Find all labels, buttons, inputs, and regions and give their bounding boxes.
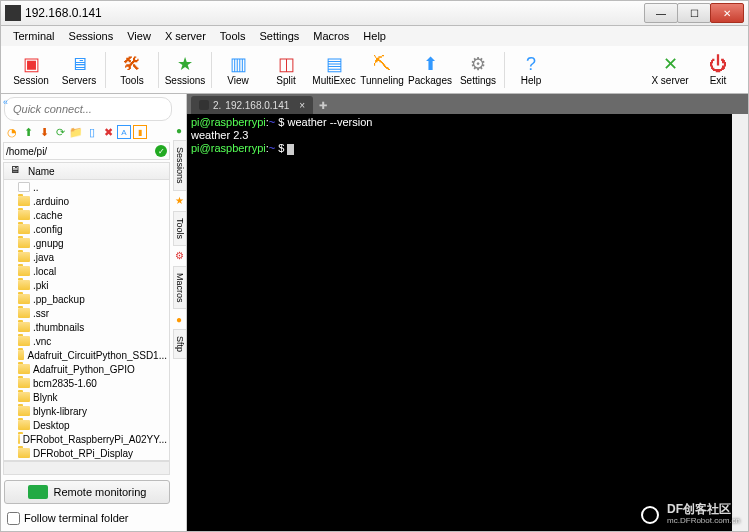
menu-settings[interactable]: Settings	[254, 28, 306, 44]
toolbar-packages[interactable]: ⬆Packages	[406, 48, 454, 92]
watermark-main: DF创客社区	[667, 503, 740, 515]
sidetab-sftp[interactable]: Sftp	[173, 329, 186, 359]
toolbar-view[interactable]: ▥View	[214, 48, 262, 92]
column-header[interactable]: 🖥 Name	[3, 162, 170, 180]
menu-macros[interactable]: Macros	[307, 28, 355, 44]
file-row[interactable]: bcm2835-1.60	[4, 376, 169, 390]
file-row[interactable]: .local	[4, 264, 169, 278]
delete-icon[interactable]: ✖	[101, 125, 115, 139]
refresh-icon[interactable]: ⟳	[53, 125, 67, 139]
toolbar-session[interactable]: ▣Session	[7, 48, 55, 92]
terminal-scrollbar[interactable]	[732, 114, 748, 531]
toggle-a-icon[interactable]: A	[117, 125, 131, 139]
follow-checkbox-input[interactable]	[7, 512, 20, 525]
toolbar-tools[interactable]: 🛠Tools	[108, 48, 156, 92]
sidetab-sftp-icon[interactable]: ●	[173, 313, 185, 325]
toolbar-sessions[interactable]: ★Sessions	[161, 48, 209, 92]
file-row[interactable]: .vnc	[4, 334, 169, 348]
quick-connect-input[interactable]	[4, 97, 172, 121]
sidetab-sessions-icon[interactable]: ●	[173, 124, 185, 136]
term-output: weather 2.3	[191, 129, 248, 141]
toolbar-exit[interactable]: ⏻Exit	[694, 48, 742, 92]
packages-icon: ⬆	[419, 53, 441, 75]
file-row[interactable]: .pp_backup	[4, 292, 169, 306]
menu-tools[interactable]: Tools	[214, 28, 252, 44]
multiexec-icon: ▤	[323, 53, 345, 75]
toggle-b-icon[interactable]: ▮	[133, 125, 147, 139]
file-name: Adafruit_CircuitPython_SSD1...	[27, 350, 167, 361]
new-tab-button[interactable]: ✚	[313, 96, 333, 114]
remote-monitoring-button[interactable]: Remote monitoring	[4, 480, 170, 504]
column-name: Name	[28, 166, 55, 177]
file-row[interactable]: .pki	[4, 278, 169, 292]
toolbar-help[interactable]: ?Help	[507, 48, 555, 92]
path-text: /home/pi/	[6, 146, 47, 157]
close-button[interactable]: ✕	[710, 3, 744, 23]
term-user: pi@raspberrypi	[191, 142, 266, 154]
sidetab-macros[interactable]: Macros	[173, 266, 186, 310]
file-row[interactable]: Desktop	[4, 418, 169, 432]
menu-terminal[interactable]: Terminal	[7, 28, 61, 44]
tab-close-icon[interactable]: ×	[299, 100, 305, 111]
file-row[interactable]: Blynk	[4, 390, 169, 404]
sidetab-sessions[interactable]: Sessions	[173, 140, 186, 191]
path-bar[interactable]: /home/pi/ ✓	[3, 142, 170, 160]
toolbar-label: Help	[521, 75, 542, 86]
up-icon[interactable]: ⬆	[21, 125, 35, 139]
file-row[interactable]: .ssr	[4, 306, 169, 320]
left-panel: « ◔ ⬆ ⬇ ⟳ 📁 ▯ ✖ A ▮ /home/pi/ ✓ 🖥 Name .…	[1, 94, 187, 531]
follow-terminal-checkbox[interactable]: Follow terminal folder	[7, 509, 180, 527]
file-name: .ssr	[33, 308, 49, 319]
folder-icon[interactable]: 📁	[69, 125, 83, 139]
down-icon[interactable]: ⬇	[37, 125, 51, 139]
sidetab-tools-icon[interactable]: ★	[173, 195, 185, 207]
file-row[interactable]: DFRobot_RPi_Display	[4, 446, 169, 460]
sidetab-macros-icon[interactable]: ⚙	[173, 250, 185, 262]
toolbar-multiexec[interactable]: ▤MultiExec	[310, 48, 358, 92]
file-row[interactable]: .java	[4, 250, 169, 264]
menu-help[interactable]: Help	[357, 28, 392, 44]
toolbar-tunneling[interactable]: ⛏Tunneling	[358, 48, 406, 92]
x server-icon: ✕	[659, 53, 681, 75]
sidetab-tools[interactable]: Tools	[173, 211, 186, 246]
folder-icon	[18, 238, 30, 248]
minimize-button[interactable]: —	[644, 3, 678, 23]
session-icon: ▣	[20, 53, 42, 75]
menu-sessions[interactable]: Sessions	[63, 28, 120, 44]
collapse-arrows-icon[interactable]: «	[3, 97, 15, 107]
toolbar-label: Tools	[120, 75, 143, 86]
maximize-button[interactable]: ☐	[677, 3, 711, 23]
file-name: .config	[33, 224, 62, 235]
disk-icon[interactable]: ◔	[5, 125, 19, 139]
horizontal-scrollbar[interactable]	[3, 461, 170, 475]
file-row[interactable]: ..	[4, 180, 169, 194]
file-row[interactable]: .cache	[4, 208, 169, 222]
folder-icon	[18, 196, 30, 206]
menu-view[interactable]: View	[121, 28, 157, 44]
file-row[interactable]: .arduino	[4, 194, 169, 208]
folder-icon	[18, 448, 30, 458]
file-row[interactable]: Adafruit_Python_GPIO	[4, 362, 169, 376]
terminal-body[interactable]: pi@raspberrypi:~ $ weather --versionweat…	[187, 114, 748, 531]
menu-x-server[interactable]: X server	[159, 28, 212, 44]
watermark-icon	[635, 504, 661, 526]
toolbar-servers[interactable]: 🖥Servers	[55, 48, 103, 92]
file-row[interactable]: .gnupg	[4, 236, 169, 250]
file-list[interactable]: ...arduino.cache.config.gnupg.java.local…	[3, 180, 170, 461]
toolbar-split[interactable]: ◫Split	[262, 48, 310, 92]
file-name: Adafruit_Python_GPIO	[33, 364, 135, 375]
file-row[interactable]: DFRobot_RaspberryPi_A02YY...	[4, 432, 169, 446]
file-row[interactable]: .config	[4, 222, 169, 236]
toolbar-settings[interactable]: ⚙Settings	[454, 48, 502, 92]
settings-icon: ⚙	[467, 53, 489, 75]
file-row[interactable]: blynk-library	[4, 404, 169, 418]
newfile-icon[interactable]: ▯	[85, 125, 99, 139]
file-row[interactable]: .thumbnails	[4, 320, 169, 334]
file-row[interactable]: Adafruit_CircuitPython_SSD1...	[4, 348, 169, 362]
toolbar-x-server[interactable]: ✕X server	[646, 48, 694, 92]
app-icon	[5, 5, 21, 21]
terminal-area: 2. 192.168.0.141 × ✚ pi@raspberrypi:~ $ …	[187, 94, 748, 531]
watermark-sub: mc.DFRobot.com.cn	[667, 515, 740, 527]
tools-icon: 🛠	[121, 53, 143, 75]
terminal-tab[interactable]: 2. 192.168.0.141 ×	[191, 96, 313, 114]
